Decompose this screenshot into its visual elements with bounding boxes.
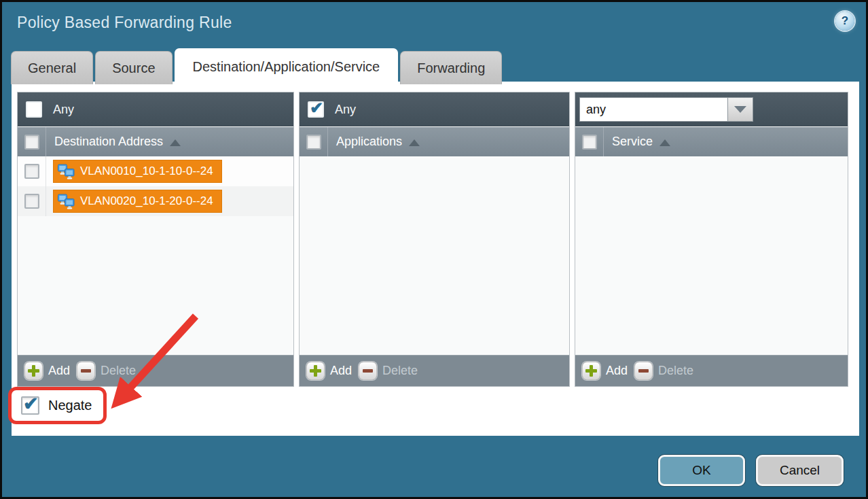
table-row: VLAN0020_10-1-20-0--24 [18,186,293,216]
service-sort-header[interactable]: Service [604,127,670,156]
delete-icon [359,362,377,380]
delete-icon [634,362,653,380]
destination-any-checkbox[interactable] [26,101,42,118]
destination-footer: Add Delete [18,355,293,386]
row-checkbox[interactable] [24,194,39,209]
applications-column-header: Applications [300,126,569,156]
service-column: any Service Add Delete [575,92,848,387]
destination-select-all-checkbox[interactable] [24,135,39,150]
tab-forwarding[interactable]: Forwarding [400,51,502,84]
destination-column-header: Destination Address [18,126,293,156]
add-button[interactable]: Add [582,362,628,380]
service-list [575,156,848,355]
destination-address-column: Any Destination Address [17,92,294,387]
add-icon [306,362,325,380]
delete-button[interactable]: Delete [359,362,418,380]
chevron-down-icon [734,106,746,113]
negate-checkbox[interactable] [21,396,39,415]
tab-destination-application-service[interactable]: Destination/Application/Service [175,48,399,84]
address-object-chip[interactable]: VLAN0020_10-1-20-0--24 [53,190,222,213]
ok-button[interactable]: OK [658,455,745,486]
network-icon [57,164,75,179]
tab-bar: General Source Destination/Application/S… [11,48,502,84]
dialog-title: Policy Based Forwarding Rule [17,14,232,32]
destination-any-label: Any [53,103,74,117]
negate-label: Negate [48,398,92,413]
address-object-chip[interactable]: VLAN0010_10-1-10-0--24 [53,160,222,183]
add-button[interactable]: Add [24,362,70,380]
service-dropdown-value[interactable]: any [579,97,728,122]
table-row: VLAN0010_10-1-10-0--24 [18,156,293,186]
destination-any-bar: Any [18,92,293,126]
sort-ascending-icon [409,139,420,146]
service-column-header: Service [575,126,848,156]
applications-footer: Add Delete [300,355,569,386]
destination-list: VLAN0010_10-1-10-0--24 [18,156,293,355]
help-icon[interactable] [835,12,854,31]
address-object-label: VLAN0020_10-1-20-0--24 [80,194,213,208]
service-select-all-checkbox[interactable] [582,135,597,150]
sort-ascending-icon [170,139,181,146]
tab-general[interactable]: General [11,51,93,84]
service-dropdown-bar: any [575,92,848,126]
service-footer: Add Delete [575,355,848,386]
policy-forwarding-dialog: Policy Based Forwarding Rule General Sou… [0,0,868,499]
applications-sort-header[interactable]: Applications [328,127,420,156]
tab-source[interactable]: Source [95,51,172,84]
applications-select-all-checkbox[interactable] [306,135,321,150]
applications-column: Any Applications Add Delete [299,92,570,387]
tab-content-panel: Any Destination Address [12,82,859,436]
address-object-label: VLAN0010_10-1-10-0--24 [80,165,213,178]
service-dropdown[interactable]: any [579,97,753,122]
applications-list [300,156,569,355]
delete-button[interactable]: Delete [634,362,693,380]
row-checkbox[interactable] [24,164,39,179]
dropdown-button[interactable] [728,97,753,122]
add-button[interactable]: Add [306,362,352,380]
sort-ascending-icon [659,139,670,146]
applications-any-bar: Any [300,92,569,126]
delete-button[interactable]: Delete [77,362,136,380]
delete-icon [77,362,95,380]
applications-any-label: Any [335,103,356,117]
applications-any-checkbox[interactable] [308,101,324,118]
add-icon [582,362,600,380]
add-icon [24,362,43,380]
cancel-button[interactable]: Cancel [756,455,844,486]
network-icon [57,194,75,209]
negate-highlight-annotation: Negate [8,387,107,424]
destination-sort-header[interactable]: Destination Address [46,127,181,156]
